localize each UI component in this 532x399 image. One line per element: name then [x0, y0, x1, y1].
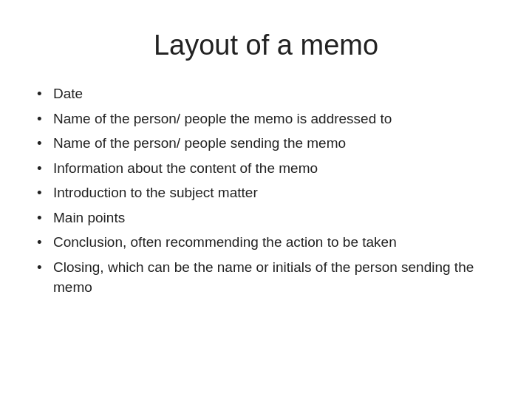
bullet-item-5: Main points	[37, 208, 495, 228]
bullet-item-2: Name of the person/ people sending the m…	[37, 133, 495, 154]
bullet-list: DateName of the person/ people the memo …	[37, 83, 495, 302]
bullet-item-6: Conclusion, often recommending the actio…	[37, 232, 495, 253]
bullet-item-7: Closing, which can be the name or initia…	[37, 257, 495, 298]
bullet-item-1: Name of the person/ people the memo is a…	[37, 109, 495, 129]
bullet-item-4: Introduction to the subject matter	[37, 183, 495, 203]
slide-title: Layout of a memo	[37, 30, 495, 61]
bullet-item-0: Date	[37, 83, 495, 104]
bullet-item-3: Information about the content of the mem…	[37, 158, 495, 179]
slide-container: Layout of a memo DateName of the person/…	[0, 0, 532, 399]
